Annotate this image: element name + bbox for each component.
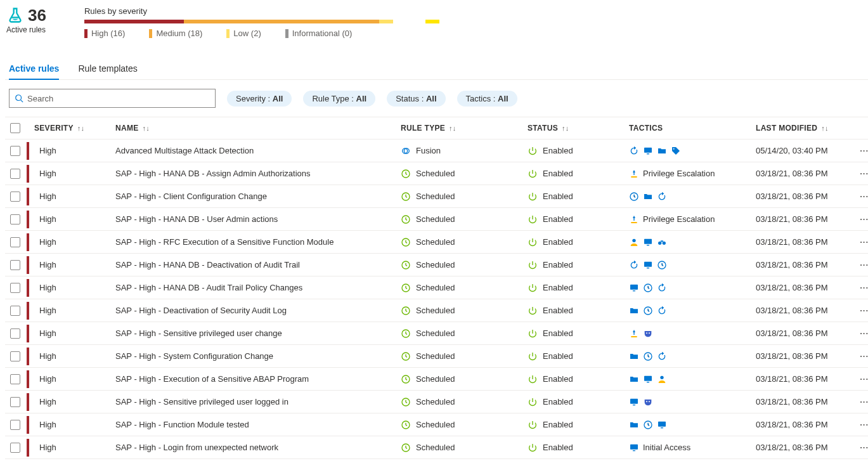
- tab-active-rules[interactable]: Active rules: [9, 63, 59, 80]
- table-header: SEVERITY↑↓ NAME↑↓ RULE TYPE↑↓ STATUS↑↓ T…: [5, 117, 868, 140]
- table-row[interactable]: High SAP - High - Sensitive privileged u…: [5, 322, 868, 345]
- row-more-button[interactable]: ···: [857, 169, 868, 178]
- power-icon: [528, 351, 538, 361]
- table-row[interactable]: High SAP - High - Function Module tested…: [5, 413, 868, 436]
- status-cell: Enabled: [528, 374, 629, 384]
- row-more-button[interactable]: ···: [857, 374, 868, 384]
- row-more-button[interactable]: ···: [857, 192, 868, 201]
- tab-rule-templates[interactable]: Rule templates: [78, 63, 137, 79]
- name-cell: SAP - High - HANA DB - Audit Trail Polic…: [115, 283, 401, 292]
- col-ruletype[interactable]: RULE TYPE↑↓: [401, 119, 528, 138]
- row-more-button[interactable]: ···: [857, 146, 868, 155]
- row-checkbox[interactable]: [10, 420, 20, 430]
- legend-high[interactable]: High (16): [84, 29, 125, 38]
- select-all-checkbox[interactable]: [10, 123, 20, 133]
- row-checkbox[interactable]: [10, 283, 20, 293]
- row-checkbox[interactable]: [10, 351, 20, 361]
- row-checkbox[interactable]: [10, 397, 20, 407]
- table-row[interactable]: High SAP - High - Sensitive privileged u…: [5, 391, 868, 413]
- row-checkbox[interactable]: [10, 306, 20, 316]
- ruletype-cell: Scheduled: [401, 306, 528, 316]
- status-cell: Enabled: [528, 328, 629, 339]
- table-row[interactable]: High SAP - High - HANA DB - Deactivation…: [5, 254, 868, 276]
- filter-status[interactable]: Status : All: [387, 91, 445, 107]
- tactic-clock-icon: [643, 351, 653, 361]
- table-row[interactable]: High Advanced Multistage Attack Detectio…: [5, 140, 868, 162]
- power-icon: [528, 443, 538, 453]
- tactics-cell: [629, 397, 756, 407]
- table-row[interactable]: High SAP - High - System Configuration C…: [5, 345, 868, 368]
- tactic-clock-icon: [657, 260, 667, 270]
- ruletype-cell: Scheduled: [401, 420, 528, 430]
- row-checkbox[interactable]: [10, 192, 20, 202]
- table-row[interactable]: High SAP - High - Client Configuration C…: [5, 185, 868, 208]
- col-severity[interactable]: SEVERITY↑↓: [34, 119, 115, 138]
- table-row[interactable]: High SAP - High - RFC Execution of a Sen…: [5, 231, 868, 254]
- row-more-button[interactable]: ···: [857, 351, 868, 361]
- table-row[interactable]: High SAP - High - HANA DB - Audit Trail …: [5, 276, 868, 299]
- legend-low[interactable]: Low (2): [226, 29, 261, 38]
- status-cell: Enabled: [528, 192, 629, 202]
- severity-cell: High: [34, 420, 115, 429]
- filter-tactics[interactable]: Tactics : All: [457, 91, 517, 107]
- row-checkbox[interactable]: [10, 260, 20, 270]
- status-cell: Enabled: [528, 420, 629, 430]
- filter-severity[interactable]: Severity : All: [227, 91, 292, 107]
- status-cell: Enabled: [528, 351, 629, 361]
- col-name[interactable]: NAME↑↓: [115, 119, 401, 138]
- row-more-button[interactable]: ···: [857, 283, 868, 292]
- severity-cell: High: [34, 192, 115, 201]
- filter-ruletype[interactable]: Rule Type : All: [303, 91, 375, 107]
- severity-cell: High: [34, 306, 115, 315]
- col-lastmod[interactable]: LAST MODIFIED↑↓: [756, 119, 857, 138]
- col-tactics[interactable]: TACTICS: [629, 119, 756, 138]
- status-cell: Enabled: [528, 260, 629, 270]
- col-status[interactable]: STATUS↑↓: [528, 119, 629, 138]
- power-icon: [528, 283, 538, 293]
- tactic-monitor-icon: [629, 443, 639, 453]
- severity-indicator: [27, 256, 29, 274]
- row-checkbox[interactable]: [10, 214, 20, 224]
- table-row[interactable]: High SAP - High - Execution of a Sensiti…: [5, 368, 868, 391]
- row-checkbox[interactable]: [10, 237, 20, 247]
- row-more-button[interactable]: ···: [857, 260, 868, 270]
- row-more-button[interactable]: ···: [857, 443, 868, 452]
- row-more-button[interactable]: ···: [857, 328, 868, 338]
- row-checkbox[interactable]: [10, 374, 20, 384]
- lastmod-cell: 03/18/21, 08:36 PM: [756, 374, 857, 384]
- search-input[interactable]: Search: [9, 89, 216, 108]
- tactic-privesc-icon: [629, 328, 639, 339]
- table-row[interactable]: High SAP - High - Login from unexpected …: [5, 436, 868, 459]
- power-icon: [528, 214, 538, 224]
- table-row[interactable]: High SAP - High - Deactivation of Securi…: [5, 299, 868, 322]
- row-checkbox[interactable]: [10, 328, 20, 339]
- scheduled-icon: [401, 214, 411, 224]
- row-more-button[interactable]: ···: [857, 306, 868, 315]
- severity-cell: High: [34, 397, 115, 406]
- table-row[interactable]: High SAP - High - HANA DB - Assign Admin…: [5, 162, 868, 185]
- row-more-button[interactable]: ···: [857, 214, 868, 224]
- tactic-mask-icon: [643, 328, 653, 339]
- severity-indicator: [27, 165, 29, 183]
- active-rules-counter: 36 Active rules: [5, 6, 46, 34]
- row-more-button[interactable]: ···: [857, 420, 868, 429]
- scheduled-icon: [401, 374, 411, 384]
- severity-cell: High: [34, 169, 115, 178]
- severity-cell: High: [34, 237, 115, 247]
- severity-indicator: [27, 370, 29, 388]
- tactics-cell: [629, 283, 756, 293]
- table-row[interactable]: High SAP - High - HANA DB - User Admin a…: [5, 208, 868, 231]
- tactics-cell: Privilege Escalation: [629, 214, 756, 224]
- row-more-button[interactable]: ···: [857, 237, 868, 247]
- row-more-button[interactable]: ···: [857, 397, 868, 406]
- power-icon: [528, 397, 538, 407]
- row-checkbox[interactable]: [10, 146, 20, 156]
- status-cell: Enabled: [528, 237, 629, 247]
- legend-info[interactable]: Informational (0): [285, 29, 353, 38]
- ruletype-cell: Scheduled: [401, 328, 528, 339]
- scheduled-icon: [401, 237, 411, 247]
- row-checkbox[interactable]: [10, 169, 20, 179]
- filter-row: Search Severity : All Rule Type : All St…: [5, 80, 868, 117]
- row-checkbox[interactable]: [10, 443, 20, 453]
- legend-medium[interactable]: Medium (18): [149, 29, 202, 38]
